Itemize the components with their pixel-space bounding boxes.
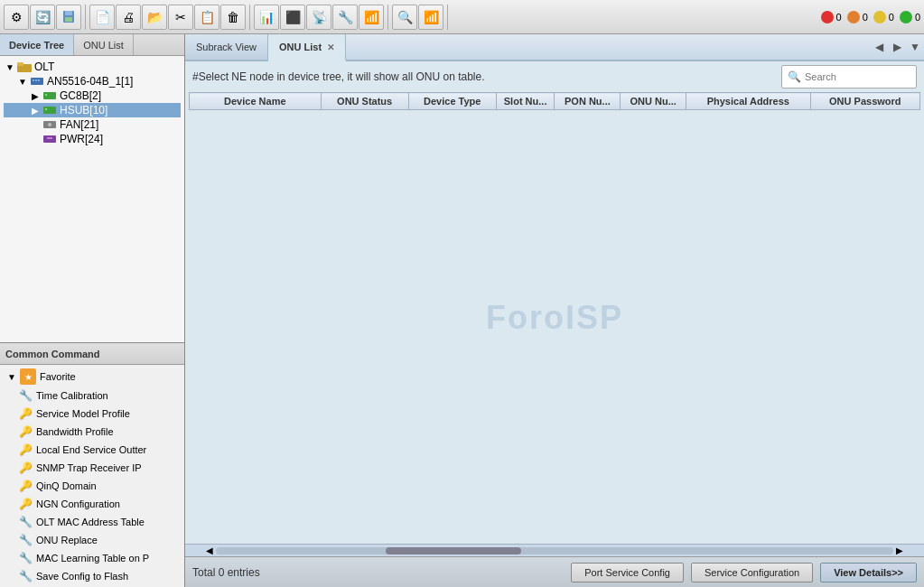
toolbar-btn-new[interactable]: 📄	[89, 5, 115, 30]
data-table[interactable]: Device Name ONU Status Device Type Slot …	[189, 92, 920, 110]
nav-arrow-left[interactable]: ◀	[870, 34, 888, 60]
device-tree-section: Device Tree ONU List ▼ OLT	[0, 34, 184, 343]
search-input[interactable]	[805, 71, 924, 82]
toolbar: ⚙ 🔄 📄 🖨 📂 ✂ 📋 🗑 📊 ⬛ 📡 🔧 📶 🔍 📶 0 0	[0, 0, 924, 34]
toolbar-btn-print[interactable]: 🖨	[116, 5, 141, 30]
toolbar-btn-settings[interactable]: ⚙	[4, 5, 29, 30]
cmd-label-mac-learning: MAC Learning Table on P	[36, 553, 149, 564]
tab-onu-list-left[interactable]: ONU List	[74, 34, 134, 55]
toolbar-btn-signal[interactable]: 📶	[359, 5, 384, 30]
toolbar-btn-open[interactable]: 📂	[142, 5, 167, 30]
tab-bar: Subrack View ONU List ✕ ◀ ▶ ▼	[185, 34, 924, 61]
col-device-type[interactable]: Device Type	[408, 93, 496, 110]
cmd-favorite-label: Favorite	[40, 371, 76, 382]
toolbar-btn-view[interactable]: ⬛	[280, 5, 305, 30]
scroll-right-btn[interactable]: ▶	[893, 545, 906, 555]
h-scroll-track[interactable]	[216, 547, 893, 554]
toolbar-btn-misc1[interactable]: 🔍	[392, 5, 417, 30]
h-scroll-thumb[interactable]	[386, 547, 521, 554]
col-slot-num[interactable]: Slot Nu...	[496, 93, 555, 110]
count-orange: 0	[863, 12, 868, 23]
tree-node-fan[interactable]: FAN[21]	[4, 117, 181, 132]
toolbar-btn-tool[interactable]: 🔧	[332, 5, 358, 30]
tree-toggle-gc8b[interactable]: ▶	[29, 91, 42, 101]
cmd-item-local-end[interactable]: 🔑 Local End Service Outter	[0, 441, 184, 459]
tree-content[interactable]: ▼ OLT ▼ AN5516-04B_1[1]	[0, 56, 184, 342]
toolbar-btn-chart[interactable]: 📊	[254, 5, 279, 30]
cmd-label-bandwidth: Bandwidth Profile	[36, 426, 114, 437]
toolbar-btn-refresh[interactable]: 🔄	[30, 5, 55, 30]
count-green: 0	[915, 12, 920, 23]
tree-node-gc8b[interactable]: ▶ GC8B[2]	[4, 89, 181, 103]
right-panel: Subrack View ONU List ✕ ◀ ▶ ▼ #Select NE…	[185, 34, 924, 587]
dot-orange	[847, 11, 860, 23]
col-device-name[interactable]: Device Name	[190, 93, 322, 110]
toolbar-btn-network[interactable]: 📡	[306, 5, 331, 30]
cmd-item-ngn[interactable]: 🔑 NGN Configuration	[0, 495, 184, 513]
tree-node-hsub[interactable]: ▶ HSUB[10]	[4, 103, 181, 117]
toolbar-btn-misc2[interactable]: 📶	[418, 5, 443, 30]
expand-toggle-favorite[interactable]: ▼	[5, 372, 18, 382]
count-yellow: 0	[889, 12, 894, 23]
col-onu-status[interactable]: ONU Status	[321, 93, 408, 110]
table-header-row: Device Name ONU Status Device Type Slot …	[190, 93, 920, 110]
cmd-favorite-header[interactable]: ▼ ★ Favorite	[0, 367, 184, 387]
cmd-item-time-calibration[interactable]: 🔧 Time Calibration	[0, 387, 184, 405]
col-physical-address[interactable]: Physical Address	[686, 93, 811, 110]
info-message: #Select NE node in device tree, it will …	[192, 70, 485, 83]
module-icon-hsub	[42, 104, 58, 116]
nav-arrow-right[interactable]: ▶	[888, 34, 906, 60]
cmd-item-service-model[interactable]: 🔑 Service Model Profile	[0, 405, 184, 423]
common-command-section: Common Command ▼ ★ Favorite 🔧 Time Calib…	[0, 343, 184, 587]
col-pon-num[interactable]: PON Nu...	[555, 93, 621, 110]
tree-toggle-an5516[interactable]: ▼	[16, 77, 29, 87]
toolbar-btn-paste[interactable]: 📋	[194, 5, 219, 30]
scroll-left-btn[interactable]: ◀	[203, 545, 216, 555]
left-panel: Device Tree ONU List ▼ OLT	[0, 34, 185, 587]
cmd-item-mac-learning[interactable]: 🔧 MAC Learning Table on P	[0, 549, 184, 567]
tree-node-pwr[interactable]: PWR[24]	[4, 132, 181, 146]
toolbar-btn-cut[interactable]: ✂	[168, 5, 193, 30]
pwr-icon	[42, 133, 58, 145]
tree-label-olt: OLT	[34, 61, 54, 73]
toolbar-btn-save[interactable]	[56, 5, 81, 30]
toolbar-group-2: 📄 🖨 📂 ✂ 📋 🗑	[89, 5, 250, 30]
cmd-list: ▼ ★ Favorite 🔧 Time Calibration 🔑 Servic…	[0, 365, 184, 587]
col-onu-password[interactable]: ONU Password	[810, 93, 919, 110]
h-scrollbar[interactable]: ◀ ▶	[185, 544, 924, 556]
traffic-yellow: 0	[873, 11, 894, 23]
nav-arrow-down[interactable]: ▼	[906, 34, 924, 60]
cmd-item-olt-mac[interactable]: 🔧 OLT MAC Address Table	[0, 513, 184, 531]
view-details-button[interactable]: View Details>>	[820, 563, 917, 582]
tab-onu-label: ONU List	[279, 42, 322, 52]
cmd-item-onu-replace[interactable]: 🔧 ONU Replace	[0, 531, 184, 549]
cmd-item-bandwidth[interactable]: 🔑 Bandwidth Profile	[0, 423, 184, 441]
traffic-lights: 0 0 0 0	[821, 11, 921, 23]
cmd-label-save-config: Save Config to Flash	[36, 571, 128, 582]
tree-toggle-olt[interactable]: ▼	[4, 62, 16, 72]
dot-green	[900, 11, 912, 23]
cmd-item-qinq[interactable]: 🔑 QinQ Domain	[0, 477, 184, 495]
toolbar-group-3: 📊 ⬛ 📡 🔧 📶	[254, 5, 388, 30]
cmd-item-snmp[interactable]: 🔑 SNMP Trap Receiver IP	[0, 459, 184, 477]
tab-close-icon[interactable]: ✕	[327, 42, 334, 52]
traffic-red: 0	[821, 11, 842, 23]
service-configuration-button[interactable]: Service Configuration	[691, 563, 813, 582]
cmd-label-time-calibration: Time Calibration	[36, 390, 108, 401]
tree-node-an5516[interactable]: ▼ AN5516-04B_1[1]	[4, 74, 181, 89]
dot-yellow	[873, 11, 886, 23]
tab-onu-list[interactable]: ONU List ✕	[268, 34, 346, 61]
port-service-config-button[interactable]: Port Service Config	[571, 563, 684, 582]
col-onu-num[interactable]: ONU Nu...	[621, 93, 686, 110]
info-search-bar: #Select NE node in device tree, it will …	[185, 61, 924, 92]
tab-device-tree[interactable]: Device Tree	[0, 34, 74, 55]
tree-node-olt[interactable]: ▼ OLT	[4, 60, 181, 74]
search-box[interactable]: 🔍	[781, 65, 917, 89]
tree-toggle-hsub[interactable]: ▶	[29, 106, 42, 116]
toolbar-btn-delete[interactable]: 🗑	[220, 5, 246, 30]
device-icon-an5516	[29, 75, 45, 88]
fan-icon	[42, 118, 58, 131]
wrench-icon-3: 🔧	[18, 533, 33, 547]
tab-subrack-view[interactable]: Subrack View	[185, 34, 268, 60]
cmd-item-save-config[interactable]: 🔧 Save Config to Flash	[0, 567, 184, 585]
